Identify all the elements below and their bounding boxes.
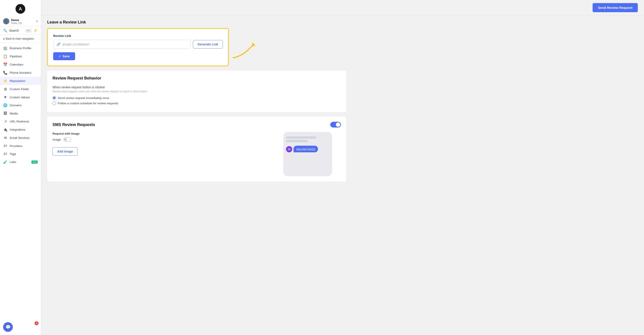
sidebar-item-pipelines[interactable]: 📋Pipelines [0,52,41,60]
chat-button[interactable]: 💬 [3,322,13,332]
sidebar-item-phone-numbers[interactable]: 📞Phone Numbers [0,69,41,77]
search-shortcut: ⌘K [25,29,32,32]
main-content: Send Review Request Leave a Review Link … [41,0,644,335]
message-link: https://bit.ly/qty52 [296,148,315,150]
sidebar-item-custom-values[interactable]: ♥Custom Values [0,93,41,101]
sidebar-item-label-business-profile: Business Profile [10,46,38,50]
integrations-icon: 🔌 [3,128,8,132]
sidebar-item-calendars[interactable]: 📅Calendars [0,60,41,69]
behavior-desc: Decide what happens when you click the r… [52,90,341,93]
search-bar[interactable]: 🔍 Search ⌘K ⚡ [0,26,41,35]
toggle-knob [67,137,71,141]
account-icon: 👤 [3,18,9,24]
sidebar-item-providers[interactable]: 🏷Providers [0,142,41,150]
radio-custom[interactable]: Follow a custom schedule for review requ… [52,101,341,105]
sms-header: SMS Review Requests [52,122,341,128]
send-review-button[interactable]: Send Review Request [592,3,638,12]
top-bar: Send Review Request [41,0,644,15]
generate-link-button[interactable]: Generate Link [193,40,223,48]
search-icon: 🔍 [3,28,7,32]
chevron-down-icon: ▾ [36,20,38,23]
sidebar-item-label-integrations: Integrations [10,128,38,131]
message-bubble: https://bit.ly/qty52 [294,146,318,152]
phone-mockup: JD https://bit.ly/qty52 [283,132,332,176]
media-icon: 🖼 [3,111,8,115]
back-label: Back to main navigation [6,37,34,40]
sidebar-item-url-redirects[interactable]: ↗URL Redirects [0,117,41,126]
arrow-annotation [231,38,260,61]
radio-custom-input[interactable] [52,101,56,105]
sidebar-item-label-email-services: Email Services [10,136,38,139]
content-area: Leave a Review Link Review Link 🔗 Genera… [41,15,644,335]
new-badge-labs: new [32,161,38,164]
phone-line-2 [286,140,308,142]
radio-custom-label: Follow a custom schedule for review requ… [58,102,118,105]
sidebar-item-media[interactable]: 🖼Media [0,109,41,117]
sms-title: SMS Review Requests [52,122,95,127]
sidebar-item-tags[interactable]: 🏷Tags [0,150,41,158]
custom-fields-icon: ⊞ [3,87,8,91]
sidebar-item-label-media: Media [10,112,38,115]
sidebar-item-email-services[interactable]: ✉Email Services [0,134,41,142]
review-link-input[interactable] [62,42,188,46]
business-profile-icon: 🏢 [3,46,8,50]
review-link-section-title: Leave a Review Link [47,20,638,24]
review-link-input-wrap: 🔗 [53,40,191,49]
svg-marker-0 [252,42,256,46]
image-label: Image [52,138,61,141]
radio-immediate[interactable]: Send review request immediately once [52,96,341,100]
image-toggle-row: Image ✕ [52,137,274,142]
sms-content: Request with Image Image ✕ Add image [52,132,341,176]
sidebar-item-label-calendars: Calendars [10,63,38,66]
sidebar-item-label-url-redirects: URL Redirects [10,120,38,123]
sidebar-item-domains[interactable]: 🌐Domains [0,101,41,109]
phone-line-1 [286,136,316,139]
sidebar-item-labs[interactable]: 🧪Labsnew [0,158,41,166]
request-with-image-label: Request with Image [52,132,274,135]
providers-icon: 🏷 [3,144,8,148]
review-link-card: Review Link 🔗 Generate Link ✓ Save [47,28,229,66]
message-bubble-wrap: JD https://bit.ly/qty52 [286,146,330,152]
review-link-label: Review Link [53,34,223,38]
behavior-title: Review Request Behavior [52,76,341,81]
sidebar-item-label-phone-numbers: Phone Numbers [10,71,38,74]
search-label: Search [9,29,23,32]
account-location: Irvine, CA [11,22,34,24]
labs-icon: 🧪 [3,160,8,164]
calendars-icon: 📅 [3,62,8,67]
save-button[interactable]: ✓ Save [53,52,75,60]
sidebar-item-custom-fields[interactable]: ⊞Custom Fields [0,85,41,93]
sms-left: Request with Image Image ✕ Add image [52,132,274,176]
tags-icon: 🏷 [3,152,8,156]
add-image-button[interactable]: Add image [52,147,78,156]
sidebar-logo: A [0,0,41,16]
sidebar-item-business-profile[interactable]: 🏢Business Profile [0,44,41,52]
sidebar-item-integrations[interactable]: 🔌Integrations [0,126,41,134]
checkmark-icon: ✓ [58,54,61,58]
radio-immediate-input[interactable] [52,96,56,100]
logo-avatar: A [16,4,25,14]
chat-widget: 💬 3 [0,319,41,335]
account-switcher[interactable]: 👤 Demo Irvine, CA ▾ [0,16,41,26]
sidebar-item-label-custom-fields: Custom Fields [10,87,38,91]
toggle-x-icon: ✕ [64,138,66,141]
account-info: Demo Irvine, CA [11,18,34,24]
sidebar-item-label-pipelines: Pipelines [10,55,38,58]
sms-right-preview: JD https://bit.ly/qty52 [283,132,341,176]
phone-numbers-icon: 📞 [3,71,8,75]
sidebar-item-label-providers: Providers [10,144,38,148]
image-toggle[interactable]: ✕ [63,137,72,142]
review-link-input-row: 🔗 Generate Link [53,40,223,49]
lightning-icon: ⚡ [34,28,38,32]
back-arrow-icon: ◂ [3,37,4,40]
chat-badge: 3 [34,321,38,325]
reputation-icon: ⚡ [3,79,8,83]
pipelines-icon: 📋 [3,54,8,58]
radio-immediate-label: Send review request immediately once [58,96,109,100]
sidebar-item-label-reputation: Reputation [10,79,38,83]
sidebar-item-label-tags: Tags [10,152,38,156]
back-navigation[interactable]: ◂ Back to main navigation [0,35,41,43]
sms-toggle[interactable] [330,122,341,128]
message-avatar: JD [286,146,292,152]
sidebar-item-reputation[interactable]: ⚡Reputation [0,77,41,85]
